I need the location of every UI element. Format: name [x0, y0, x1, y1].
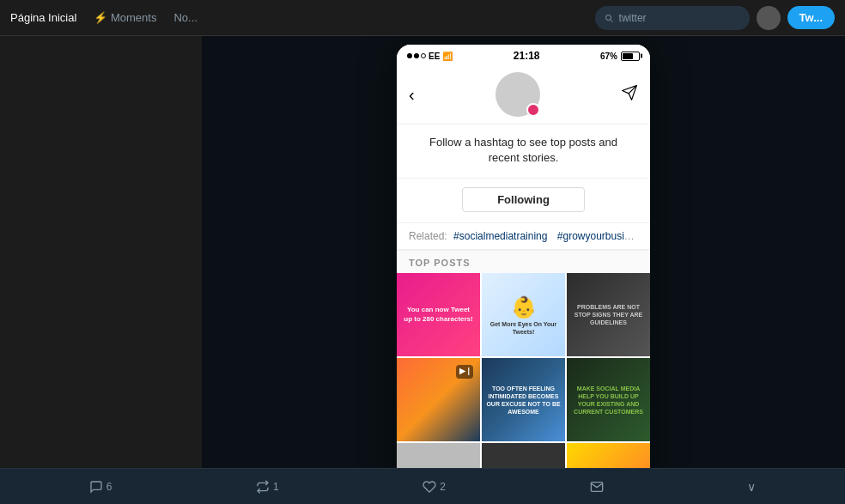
ig-related-label: Related: [409, 230, 447, 242]
reply-icon [89, 480, 103, 494]
grid-item-2[interactable]: 👶 Get More Eyes On Your Tweets! [482, 273, 565, 356]
ig-following-button[interactable]: Following [462, 187, 585, 212]
ig-avatar-badge [526, 103, 540, 117]
reply-action[interactable]: 6 [89, 480, 112, 494]
reply-count: 6 [106, 481, 112, 493]
grid-item-1[interactable]: You can now Tweet up to 280 characters! [397, 273, 480, 356]
grid-img-9 [567, 443, 650, 468]
grid-item-5[interactable]: TOO OFTEN FEELING INTIMIDATED BECOMES OU… [482, 358, 565, 441]
like-count: 2 [440, 481, 446, 493]
like-action[interactable]: 2 [422, 480, 446, 494]
wifi-icon: 📶 [442, 52, 453, 61]
nav-moments[interactable]: ⚡ Moments [94, 11, 156, 24]
grid-item-7[interactable] [397, 443, 480, 468]
chevron-down-icon: ∨ [747, 480, 756, 494]
nav-notifications[interactable]: No... [173, 11, 197, 24]
signal-dot-3 [421, 53, 426, 58]
ig-hashtag-1[interactable]: #socialmediatraining [453, 230, 547, 242]
compose-tweet-button[interactable]: Tw... [787, 6, 835, 29]
grid-img-2: 👶 Get More Eyes On Your Tweets! [482, 273, 565, 356]
ig-send-button[interactable] [621, 84, 638, 105]
twitter-user-avatar[interactable] [757, 6, 781, 30]
search-label: twitter [619, 12, 647, 24]
grid-item-6[interactable]: MAKE SOCIAL MEDIA HELP YOU BUILD UP YOUR… [567, 358, 650, 441]
grid-item-8[interactable] [482, 443, 565, 468]
grid-item-3[interactable]: PROBLEMS ARE NOT STOP SIGNS THEY ARE GUI… [567, 273, 650, 356]
retweet-icon [256, 480, 270, 494]
retweet-action[interactable]: 1 [256, 480, 279, 494]
signal-dot-1 [407, 53, 412, 58]
tweet-actions-bar: 6 1 2 ∨ [0, 468, 845, 504]
ig-following-btn-wrap: Following [397, 179, 650, 223]
twitter-search-bar[interactable]: twitter [595, 6, 750, 30]
grid-img-4: ▶ | [397, 358, 480, 441]
retweet-count: 1 [273, 481, 279, 493]
ig-hashtag-2[interactable]: #growyourbusiness [557, 230, 646, 242]
grid-img-1: You can now Tweet up to 280 characters! [397, 273, 480, 356]
status-right: 67% [600, 52, 640, 61]
nav-home[interactable]: Página Inicial [10, 11, 76, 24]
grid-img-8 [482, 443, 565, 468]
like-icon [422, 480, 436, 494]
ig-back-button[interactable]: ‹ [409, 86, 415, 103]
grid-img-6: MAKE SOCIAL MEDIA HELP YOU BUILD UP YOUR… [567, 358, 650, 441]
grid-item-4[interactable]: ▶ | [397, 358, 480, 441]
ig-follow-description: Follow a hashtag to see top posts and re… [397, 124, 650, 179]
carrier-name: EE [429, 52, 440, 61]
twitter-top-bar: Página Inicial ⚡ Moments No... twitter T… [0, 0, 845, 36]
status-time: 21:18 [514, 50, 540, 62]
ig-posts-grid: You can now Tweet up to 280 characters! … [397, 273, 650, 468]
phone-status-bar: EE 📶 21:18 67% [397, 45, 650, 65]
twitter-nav: Página Inicial ⚡ Moments No... [10, 11, 198, 24]
battery-percent: 67% [600, 52, 617, 61]
grid-img-5: TOO OFTEN FEELING INTIMIDATED BECOMES OU… [482, 358, 565, 441]
modal-overlay: EE 📶 21:18 67% ‹ [202, 36, 845, 468]
grid-item-9[interactable] [567, 443, 650, 468]
left-sidebar [0, 36, 202, 468]
ig-top-nav: ‹ [397, 65, 650, 124]
ig-related-tags: Related: #socialmediatraining #growyourb… [397, 223, 650, 250]
signal-dots [407, 53, 426, 58]
phone-mockup: EE 📶 21:18 67% ‹ [397, 45, 650, 468]
grid-img-3: PROBLEMS ARE NOT STOP SIGNS THEY ARE GUI… [567, 273, 650, 356]
signal-dot-2 [414, 53, 419, 58]
search-icon [604, 13, 614, 23]
battery-fill [623, 53, 633, 59]
ig-hashtag-avatar [495, 72, 540, 117]
ig-top-posts-label: TOP POSTS [397, 250, 650, 273]
main-content: EE 📶 21:18 67% ‹ [0, 36, 845, 468]
center-area: EE 📶 21:18 67% ‹ [202, 36, 845, 468]
dm-action[interactable] [590, 480, 604, 494]
grid-img-7 [397, 443, 480, 468]
battery-icon [621, 52, 640, 61]
dm-icon [590, 480, 604, 494]
status-left: EE 📶 [407, 52, 453, 61]
more-action[interactable]: ∨ [747, 480, 756, 494]
